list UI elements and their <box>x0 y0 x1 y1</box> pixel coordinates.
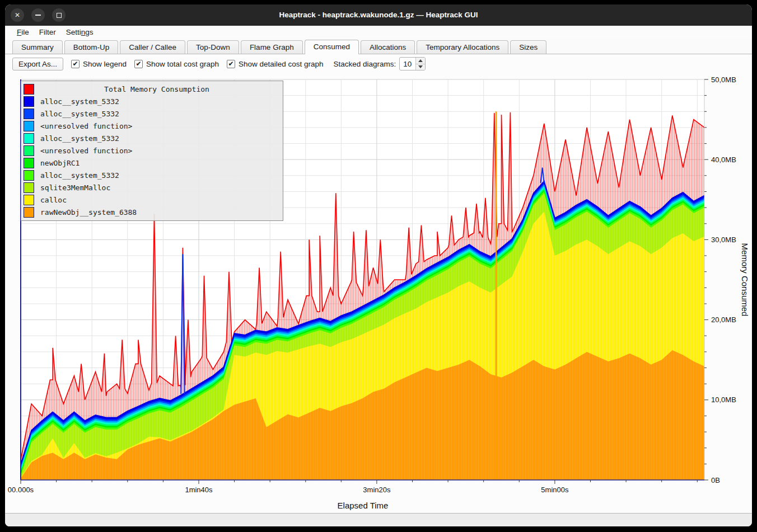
tab-summary[interactable]: Summary <box>12 40 63 54</box>
tab-caller-callee[interactable]: Caller / Callee <box>120 40 185 54</box>
legend-label: alloc__system_5332 <box>34 97 279 106</box>
titlebar[interactable]: ✕ Heaptrack - heaptrack.wakunode.1.gz — … <box>5 4 752 26</box>
y-axis-title: Memory Consumed <box>740 243 750 317</box>
y-tick-label: 30,0MB <box>711 236 736 244</box>
legend-swatch-icon <box>24 145 34 156</box>
legend-item: newObjRC1 <box>24 157 279 169</box>
checkbox-show-total-cost-graph[interactable]: ✔Show total cost graph <box>134 60 219 68</box>
x-tick-label: 3min20s <box>363 486 391 494</box>
menu-settings[interactable]: Settings <box>61 27 99 37</box>
y-tick-label: 20,0MB <box>711 316 736 324</box>
legend-item: alloc__system_5332 <box>24 95 279 107</box>
tab-bar: SummaryBottom-UpCaller / CalleeTop-DownF… <box>5 39 752 54</box>
x-axis-title: Elapsed Time <box>338 501 389 510</box>
legend-label: sqlite3MemMalloc <box>34 183 279 192</box>
legend-label: alloc__system_5332 <box>34 134 279 143</box>
legend-label: rawNewObj__system_6388 <box>34 208 279 216</box>
legend-swatch-icon <box>24 133 34 144</box>
checkbox-box[interactable]: ✔ <box>227 60 235 68</box>
legend-item: <unresolved function> <box>24 120 279 132</box>
legend-label: alloc__system_5332 <box>34 171 279 180</box>
legend-swatch-icon <box>24 96 34 107</box>
legend-label: newObjRC1 <box>34 159 279 167</box>
checkbox-box[interactable]: ✔ <box>71 60 80 68</box>
tab-flame-graph[interactable]: Flame Graph <box>241 40 303 54</box>
legend-item: rawNewObj__system_6388 <box>24 206 279 218</box>
spin-up-button[interactable] <box>416 58 425 64</box>
stacked-diagrams-label: Stacked diagrams: <box>334 60 396 68</box>
legend-label: alloc__system_5332 <box>34 110 279 118</box>
checkbox-label: Show total cost graph <box>146 60 219 68</box>
legend-swatch-icon <box>24 182 34 193</box>
tab-sizes[interactable]: Sizes <box>510 40 546 54</box>
legend-label: calloc <box>34 196 279 204</box>
status-bar <box>5 513 752 526</box>
legend-label: <unresolved function> <box>34 122 279 130</box>
toolbar: Export As... ✔Show legend✔Show total cos… <box>5 54 752 73</box>
menu-file[interactable]: File <box>12 27 34 37</box>
chart-legend: Total Memory Consumptionalloc__system_53… <box>21 81 283 221</box>
legend-label: <unresolved function> <box>34 147 279 155</box>
legend-swatch-icon <box>24 207 34 218</box>
legend-label: Total Memory Consumption <box>34 85 279 93</box>
checkbox-show-legend[interactable]: ✔Show legend <box>71 60 127 68</box>
legend-title-row: Total Memory Consumption <box>24 83 279 95</box>
consumed-chart[interactable]: 00.000s1min40s3min20s5min00s0B10,0MB20,0… <box>5 73 752 513</box>
spinbox-arrows <box>415 58 425 70</box>
tab-bottom-up[interactable]: Bottom-Up <box>64 40 119 54</box>
legend-item: sqlite3MemMalloc <box>24 181 279 194</box>
tab-consumed[interactable]: Consumed <box>305 40 359 54</box>
tab-temporary-allocations[interactable]: Temporary Allocations <box>417 40 508 54</box>
export-as-button[interactable]: Export As... <box>12 58 63 70</box>
menubar: FileFilterSettings <box>5 26 752 39</box>
y-tick-label: 40,0MB <box>711 156 736 164</box>
tab-top-down[interactable]: Top-Down <box>187 40 239 54</box>
legend-swatch-icon <box>24 170 34 181</box>
legend-item: alloc__system_5332 <box>24 169 279 181</box>
legend-item: alloc__system_5332 <box>24 132 279 144</box>
legend-item: <unresolved function> <box>24 144 279 157</box>
y-tick-label: 50,0MB <box>711 76 736 84</box>
menu-filter[interactable]: Filter <box>34 27 61 37</box>
stacked-diagrams-spinbox[interactable]: 10 <box>399 57 426 70</box>
y-tick-label: 10,0MB <box>711 396 736 404</box>
chevron-up-icon <box>418 59 423 62</box>
tab-allocations[interactable]: Allocations <box>361 40 415 54</box>
heaptrack-window: ✕ Heaptrack - heaptrack.wakunode.1.gz — … <box>5 4 752 526</box>
legend-swatch-icon <box>24 158 34 168</box>
stacked-diagrams-value[interactable]: 10 <box>400 58 415 70</box>
spin-down-button[interactable] <box>416 64 425 70</box>
checkbox-show-detailed-cost-graph[interactable]: ✔Show detailed cost graph <box>227 60 324 68</box>
legend-swatch-icon <box>24 121 34 131</box>
legend-item: alloc__system_5332 <box>24 107 279 120</box>
chevron-down-icon <box>418 65 423 68</box>
legend-swatch-icon <box>24 195 34 205</box>
legend-swatch-icon <box>24 84 34 95</box>
checkbox-box[interactable]: ✔ <box>134 60 143 68</box>
stacked-diagrams-control: Stacked diagrams: 10 <box>334 57 426 70</box>
window-title: Heaptrack - heaptrack.wakunode.1.gz — He… <box>5 4 752 26</box>
y-tick-label: 0B <box>711 476 720 484</box>
legend-swatch-icon <box>24 109 34 119</box>
x-tick-label: 00.000s <box>8 486 34 494</box>
checkbox-label: Show legend <box>83 60 127 68</box>
x-tick-label: 5min00s <box>541 486 569 494</box>
legend-item: calloc <box>24 194 279 206</box>
checkbox-group: ✔Show legend✔Show total cost graph✔Show … <box>71 60 324 68</box>
x-tick-label: 1min40s <box>185 486 213 494</box>
checkbox-label: Show detailed cost graph <box>239 60 324 68</box>
